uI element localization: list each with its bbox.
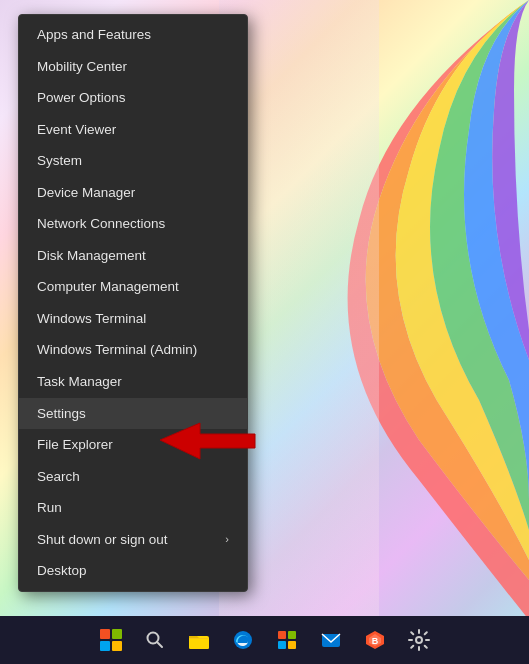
menu-item-desktop[interactable]: Desktop xyxy=(19,555,247,587)
context-menu: Apps and FeaturesMobility CenterPower Op… xyxy=(18,14,248,592)
menu-item-apps-features[interactable]: Apps and Features xyxy=(19,19,247,51)
search-icon xyxy=(145,630,165,650)
menu-item-label-search: Search xyxy=(37,468,80,486)
taskbar-brave-button[interactable]: B xyxy=(357,622,393,658)
desktop-wallpaper xyxy=(219,0,529,620)
menu-item-device-manager[interactable]: Device Manager xyxy=(19,177,247,209)
taskbar-mail-button[interactable] xyxy=(313,622,349,658)
menu-item-settings[interactable]: Settings xyxy=(19,398,247,430)
svg-rect-8 xyxy=(288,631,296,639)
menu-item-label-windows-terminal: Windows Terminal xyxy=(37,310,146,328)
taskbar-edge-button[interactable] xyxy=(225,622,261,658)
menu-item-network-connections[interactable]: Network Connections xyxy=(19,208,247,240)
menu-item-search[interactable]: Search xyxy=(19,461,247,493)
svg-text:B: B xyxy=(371,636,378,646)
gear-icon xyxy=(408,629,430,651)
menu-item-system[interactable]: System xyxy=(19,145,247,177)
menu-item-label-network-connections: Network Connections xyxy=(37,215,165,233)
store-icon xyxy=(276,629,298,651)
menu-item-label-computer-management: Computer Management xyxy=(37,278,179,296)
brave-icon: B xyxy=(364,629,386,651)
svg-line-3 xyxy=(157,642,162,647)
menu-item-label-windows-terminal-admin: Windows Terminal (Admin) xyxy=(37,341,197,359)
menu-item-label-event-viewer: Event Viewer xyxy=(37,121,116,139)
menu-item-label-desktop: Desktop xyxy=(37,562,87,580)
menu-item-file-explorer[interactable]: File Explorer xyxy=(19,429,247,461)
menu-item-computer-management[interactable]: Computer Management xyxy=(19,271,247,303)
menu-item-windows-terminal-admin[interactable]: Windows Terminal (Admin) xyxy=(19,334,247,366)
menu-item-label-apps-features: Apps and Features xyxy=(37,26,151,44)
menu-item-run[interactable]: Run xyxy=(19,492,247,524)
menu-item-label-system: System xyxy=(37,152,82,170)
menu-item-disk-management[interactable]: Disk Management xyxy=(19,240,247,272)
svg-rect-9 xyxy=(278,641,286,649)
taskbar-settings-button[interactable] xyxy=(401,622,437,658)
menu-item-label-shut-down-sign-out: Shut down or sign out xyxy=(37,531,168,549)
svg-rect-10 xyxy=(288,641,296,649)
taskbar-store-button[interactable] xyxy=(269,622,305,658)
svg-rect-7 xyxy=(278,631,286,639)
menu-item-task-manager[interactable]: Task Manager xyxy=(19,366,247,398)
menu-item-label-power-options: Power Options xyxy=(37,89,126,107)
menu-item-label-settings: Settings xyxy=(37,405,86,423)
taskbar-file-explorer-button[interactable] xyxy=(181,622,217,658)
taskbar: B xyxy=(0,616,529,664)
svg-point-15 xyxy=(416,637,422,643)
menu-item-label-run: Run xyxy=(37,499,62,517)
menu-item-label-file-explorer: File Explorer xyxy=(37,436,113,454)
taskbar-search-button[interactable] xyxy=(137,622,173,658)
menu-item-power-options[interactable]: Power Options xyxy=(19,82,247,114)
menu-item-shut-down-sign-out[interactable]: Shut down or sign out› xyxy=(19,524,247,556)
submenu-arrow-shut-down-sign-out: › xyxy=(225,532,229,546)
mail-icon xyxy=(320,629,342,651)
menu-item-mobility-center[interactable]: Mobility Center xyxy=(19,51,247,83)
menu-item-label-task-manager: Task Manager xyxy=(37,373,122,391)
menu-item-windows-terminal[interactable]: Windows Terminal xyxy=(19,303,247,335)
menu-item-event-viewer[interactable]: Event Viewer xyxy=(19,114,247,146)
windows-logo-icon xyxy=(100,629,122,651)
start-button[interactable] xyxy=(93,622,129,658)
menu-item-label-disk-management: Disk Management xyxy=(37,247,146,265)
file-explorer-icon xyxy=(188,629,210,651)
edge-icon xyxy=(232,629,254,651)
menu-item-label-mobility-center: Mobility Center xyxy=(37,58,127,76)
menu-item-label-device-manager: Device Manager xyxy=(37,184,135,202)
